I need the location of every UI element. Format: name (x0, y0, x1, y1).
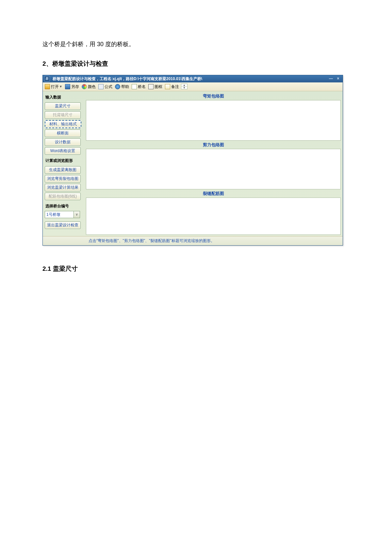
dropdown-caret-icon[interactable]: ▼ (59, 84, 62, 89)
crack-rebar-title[interactable]: 裂缝配筋图 (86, 189, 341, 198)
minimize-button[interactable]: — (328, 77, 334, 81)
open-icon (45, 84, 50, 89)
btn-word-table[interactable]: Word表格设置 (45, 147, 81, 155)
group-pier-label: 选择桥台编号 (45, 201, 85, 210)
note-button[interactable]: 备注 (165, 83, 179, 90)
toolbar: 打开 ▼ 另存 颜色 公式 帮助 桥名 (43, 82, 343, 91)
intro-text: 这个桥是个斜桥，用 30 度的桥板。 (42, 39, 350, 49)
help-icon (115, 84, 120, 89)
btn-view-envelope[interactable]: 浏览弯剪裂包络图 (45, 175, 81, 182)
pier-select[interactable]: 1号桥墩 v (45, 211, 80, 218)
shear-plot[interactable] (86, 149, 341, 189)
close-button[interactable]: × (335, 77, 341, 81)
btn-cross-section[interactable]: 横断面 (45, 130, 81, 137)
app-window: B 桥墩盖梁配筋设计与检查，工程名:xj.qlt，路径D:\十字河南支桥梁201… (42, 75, 343, 246)
moment-plot[interactable] (86, 100, 341, 141)
section-2-1-heading: 2.1 盖梁尺寸 (42, 264, 350, 274)
frame-button[interactable]: 图框 (148, 83, 162, 90)
help-button[interactable]: 帮助 (115, 83, 129, 90)
open-button[interactable]: 打开 ▼ (45, 83, 62, 90)
status-bar: 点击"弯矩包络图"、"剪力包络图"、"裂缝配筋图"标题可浏览缩放的图形。 (43, 236, 343, 245)
titlebar: B 桥墩盖梁配筋设计与检查，工程名:xj.qlt，路径D:\十字河南支桥梁201… (43, 75, 343, 82)
btn-view-results[interactable]: 浏览盖梁计算结果 (45, 184, 81, 191)
spin-up-icon[interactable]: ▲ (181, 84, 187, 86)
crack-plot[interactable] (86, 198, 341, 235)
sidebar: 输入数据 盖梁尺寸 托背墙尺寸 材料、输出格式 横断面 设计数据 Word表格设… (43, 92, 86, 235)
saveas-button[interactable]: 另存 (65, 83, 79, 90)
btn-design-data[interactable]: 设计数据 (45, 138, 81, 146)
formula-icon (98, 84, 104, 89)
pier-select-value: 1号桥墩 (45, 211, 74, 218)
save-icon (65, 84, 70, 89)
palette-icon (82, 84, 87, 89)
name-icon (132, 84, 137, 89)
group-calc-label: 计算或浏览图形 (45, 156, 85, 165)
main-plot-area: 弯矩包络图 剪力包络图 裂缝配筋图 (86, 92, 342, 235)
btn-exit[interactable]: 退出盖梁设计检查 (45, 221, 81, 229)
btn-beam-dim[interactable]: 盖梁尺寸 (45, 102, 81, 110)
btn-rebar-envelope: 配筋包络图(6线) (45, 193, 81, 200)
formula-button[interactable]: 公式 (98, 83, 112, 90)
bridgename-button[interactable]: 桥名 (132, 83, 146, 90)
btn-material-output[interactable]: 材料、输出格式 (45, 120, 81, 128)
btn-generate-discrete[interactable]: 生成盖梁离散图 (45, 166, 81, 174)
frame-icon (148, 84, 154, 89)
moment-envelope-title[interactable]: 弯矩包络图 (86, 92, 341, 100)
app-logo-icon: B (44, 76, 50, 82)
shear-envelope-title[interactable]: 剪力包络图 (86, 141, 341, 149)
spin-down-icon[interactable]: ▼ (181, 86, 187, 89)
group-input-label: 输入数据 (45, 93, 85, 101)
spinner-control[interactable]: ▲ ▼ (181, 84, 188, 89)
note-icon (165, 84, 170, 89)
btn-bearing-dim: 托背墙尺寸 (45, 111, 81, 119)
chevron-down-icon[interactable]: v (74, 211, 80, 218)
section-2-heading: 2、桥墩盖梁设计与检查 (42, 59, 350, 69)
window-title: 桥墩盖梁配筋设计与检查，工程名:xj.qlt，路径D:\十字河南支桥梁2010.… (53, 76, 202, 82)
color-button[interactable]: 颜色 (82, 83, 96, 90)
